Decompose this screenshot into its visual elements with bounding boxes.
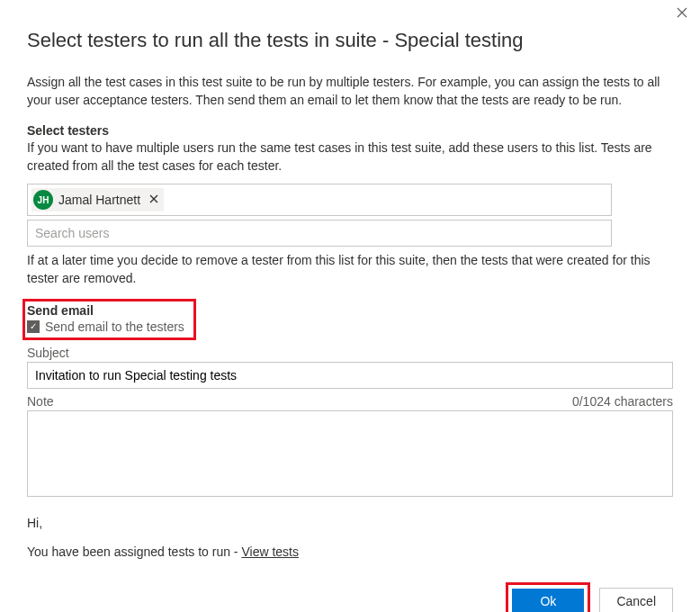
button-row: Ok Cancel (27, 582, 673, 612)
remove-tester-note: If at a later time you decide to remove … (27, 252, 673, 287)
send-email-heading: Send email (27, 303, 184, 318)
note-counter: 0/1024 characters (572, 394, 673, 409)
send-email-highlight: Send email ✓ Send email to the testers (22, 299, 196, 340)
close-icon[interactable] (677, 7, 687, 20)
subject-input[interactable] (27, 362, 673, 389)
remove-tester-icon[interactable] (149, 194, 158, 206)
note-header: Note 0/1024 characters (27, 394, 673, 409)
send-email-checkbox-row[interactable]: ✓ Send email to the testers (27, 320, 184, 334)
dialog-title: Select testers to run all the tests in s… (27, 29, 673, 52)
note-label: Note (27, 394, 54, 409)
avatar: JH (33, 190, 53, 210)
tester-tag-container[interactable]: JH Jamal Hartnett (27, 184, 612, 216)
search-users-input[interactable]: Search users (27, 220, 612, 247)
cancel-button[interactable]: Cancel (599, 588, 673, 612)
dialog-container: Select testers to run all the tests in s… (0, 0, 700, 612)
ok-highlight: Ok (506, 582, 590, 612)
checkbox-label: Send email to the testers (45, 320, 184, 334)
preview-body-text: You have been assigned tests to run - (27, 544, 241, 559)
ok-button[interactable]: Ok (512, 589, 584, 612)
checkbox-icon[interactable]: ✓ (27, 320, 40, 333)
tester-tag: JH Jamal Hartnett (31, 188, 164, 212)
intro-text: Assign all the test cases in this test s… (27, 74, 673, 109)
preview-body: You have been assigned tests to run - Vi… (27, 544, 673, 559)
select-testers-help: If you want to have multiple users run t… (27, 140, 673, 175)
subject-label: Subject (27, 346, 673, 360)
preview-greeting: Hi, (27, 516, 673, 530)
tester-name: Jamal Hartnett (58, 193, 140, 207)
select-testers-heading: Select testers (27, 123, 673, 138)
note-textarea[interactable] (27, 410, 673, 497)
view-tests-link[interactable]: View tests (241, 544, 299, 559)
